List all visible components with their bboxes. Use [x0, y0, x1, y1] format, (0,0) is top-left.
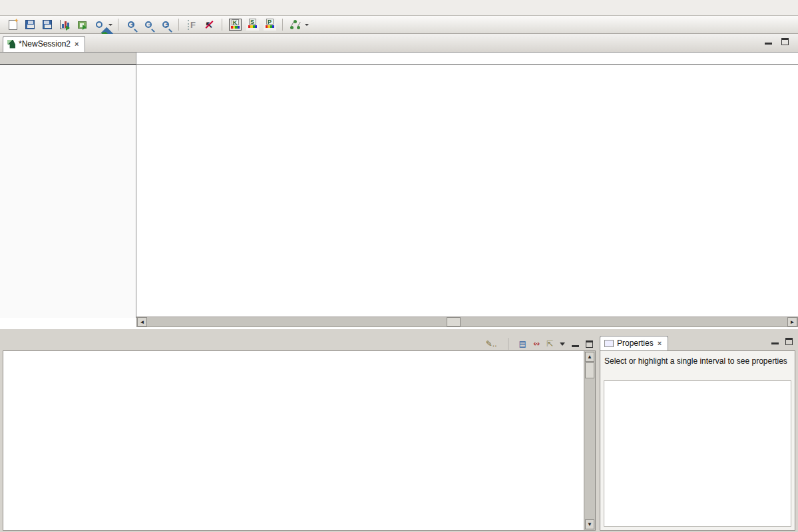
toolbar-separator [222, 19, 222, 31]
profile-application-icon[interactable] [57, 17, 73, 32]
zoom-source-dropdown-icon[interactable] [108, 24, 112, 28]
zoom-fit-icon[interactable]: ± [158, 17, 174, 32]
process-view-icon[interactable]: P [262, 17, 278, 32]
properties-table-icon [604, 340, 614, 347]
timeline-canvas[interactable] [136, 65, 798, 318]
export-table-icon[interactable]: ⇱ [546, 339, 553, 348]
table-vertical-scrollbar[interactable]: ▲ ▼ [584, 351, 595, 530]
close-icon[interactable]: × [657, 339, 662, 347]
properties-tab-label: Properties [617, 338, 654, 348]
export-icon[interactable] [74, 17, 90, 32]
editor-tab-bar: *NewSession2 × [0, 34, 798, 52]
tab-new-session2[interactable]: *NewSession2 × [3, 36, 85, 52]
details-panel: ✎.. ▤ ↭ ⇱ ▲ ▼ [1, 334, 597, 532]
properties-empty-box [604, 380, 791, 527]
toolbar-separator [282, 19, 283, 31]
kernel-view-icon[interactable]: K [227, 17, 243, 32]
maximize-icon[interactable] [781, 38, 789, 45]
session-tab-label: *NewSession2 [19, 39, 71, 49]
layout-icon[interactable]: ▤ [519, 339, 526, 348]
analysis-icon[interactable] [288, 17, 303, 32]
minimize-panel-icon[interactable] [771, 338, 779, 344]
properties-content: Select or highlight a single interval to… [600, 350, 795, 531]
timeline-view: ◄ ► [0, 52, 798, 329]
minimize-icon[interactable] [765, 39, 772, 45]
properties-message: Select or highlight a single interval to… [600, 351, 795, 371]
toolbar-separator [508, 338, 508, 350]
timeline-ruler [136, 53, 798, 65]
marker-f-icon[interactable]: F [184, 17, 200, 32]
timeline-tree [0, 65, 136, 318]
nvvp-window: { "menu": { "items": ["File", "View", "W… [0, 0, 798, 532]
gpu-details-table: ▲ ▼ [3, 350, 596, 531]
filter-pencil-icon[interactable]: ✎.. [486, 339, 497, 348]
save-all-icon[interactable] [39, 17, 55, 32]
scrollbar-thumb[interactable] [585, 362, 594, 378]
maximize-panel-icon[interactable] [785, 338, 793, 345]
main-toolbar: + − ± F ↖ K S P [0, 16, 798, 34]
scroll-right-icon[interactable]: ► [787, 317, 797, 327]
scroll-left-icon[interactable]: ◄ [137, 317, 147, 327]
analysis-dropdown-icon[interactable] [305, 24, 309, 28]
tab-properties[interactable]: Properties × [600, 336, 668, 350]
new-session-icon[interactable] [5, 17, 21, 32]
view-menu-icon[interactable] [560, 342, 565, 348]
session-icon [7, 40, 15, 49]
scrollbar-thumb[interactable] [447, 317, 461, 327]
zoom-in-icon[interactable]: + [123, 17, 139, 32]
segments-icon[interactable]: ↭ [533, 339, 540, 348]
scroll-up-icon[interactable]: ▲ [585, 352, 594, 362]
zoom-source-icon[interactable] [91, 17, 107, 32]
stream-view-icon[interactable]: S [244, 17, 260, 32]
bottom-panels: ✎.. ▤ ↭ ⇱ ▲ ▼ Properties × [0, 329, 798, 532]
maximize-panel-icon[interactable] [586, 340, 593, 348]
toolbar-separator [118, 19, 118, 31]
minimize-panel-icon[interactable] [572, 341, 579, 347]
menu-bar [0, 0, 798, 16]
marker-arrow-icon[interactable]: ↖ [201, 17, 217, 32]
zoom-out-icon[interactable]: − [140, 17, 156, 32]
toolbar-separator [178, 19, 179, 31]
close-icon[interactable]: × [74, 40, 79, 48]
ruler-corner [0, 53, 136, 65]
properties-panel: Properties × Select or highlight a singl… [600, 334, 797, 532]
scroll-down-icon[interactable]: ▼ [585, 519, 594, 529]
save-icon[interactable] [22, 17, 38, 32]
timeline-horizontal-scrollbar[interactable]: ◄ ► [136, 317, 798, 327]
